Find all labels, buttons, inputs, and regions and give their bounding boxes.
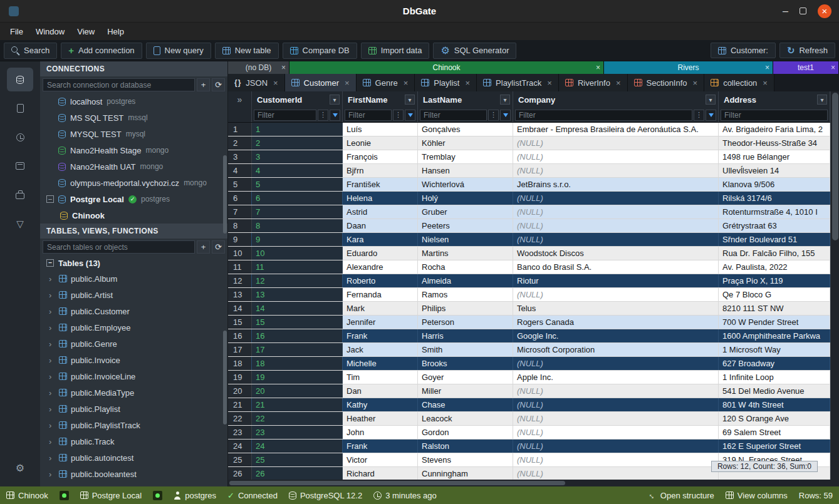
add-table-icon-button[interactable]: + bbox=[197, 240, 210, 254]
table-row[interactable]: 22LeonieKöhler(NULL)Theodor-Heuss-Straße… bbox=[228, 136, 830, 150]
vertical-scrollbar[interactable] bbox=[830, 91, 839, 480]
chevron-right-icon[interactable]: › bbox=[49, 274, 55, 284]
table-row[interactable]: 2020DanMiller(NULL)541 Del Medio Avenue bbox=[228, 384, 830, 398]
cell[interactable]: Luís bbox=[343, 123, 418, 136]
cell[interactable]: (NULL) bbox=[513, 164, 719, 177]
cell[interactable]: Harris bbox=[418, 329, 513, 342]
filter-menu-icon[interactable]: ⋮ bbox=[694, 110, 704, 121]
cell[interactable]: 5 bbox=[252, 178, 343, 191]
cell[interactable]: Ramos bbox=[418, 288, 513, 301]
cell[interactable]: Gonçalves bbox=[418, 123, 513, 136]
close-icon[interactable]: × bbox=[596, 63, 600, 72]
cell[interactable]: 627 Broadway bbox=[719, 357, 830, 370]
filter-funnel-icon[interactable] bbox=[500, 110, 511, 121]
table-tree-item[interactable]: › public.Employee bbox=[40, 319, 227, 336]
cell[interactable]: Embraer - Empresa Brasileira de Aeronáut… bbox=[513, 123, 719, 136]
table-row[interactable]: 11LuísGonçalvesEmbraer - Empresa Brasile… bbox=[228, 123, 830, 136]
add-connection-icon-button[interactable]: + bbox=[197, 78, 210, 91]
table-row[interactable]: 1717JackSmithMicrosoft Corporation1 Micr… bbox=[228, 343, 830, 357]
menu-view[interactable]: View bbox=[71, 24, 101, 39]
cell[interactable]: Fernanda bbox=[343, 288, 418, 301]
cell[interactable]: Gruber bbox=[418, 205, 513, 219]
filter-menu-icon[interactable]: ⋮ bbox=[393, 110, 404, 121]
cell[interactable]: 8 bbox=[252, 219, 343, 232]
close-icon[interactable]: × bbox=[831, 63, 835, 72]
expand-all-icon[interactable]: » bbox=[228, 91, 252, 108]
cell[interactable]: Dan bbox=[343, 384, 418, 398]
table-tree-item[interactable]: › public.PlaylistTrack bbox=[40, 417, 227, 433]
cell[interactable]: Grétrystraat 63 bbox=[719, 219, 830, 232]
cell[interactable]: 19 bbox=[252, 371, 343, 384]
table-tree-item[interactable]: › public.Album bbox=[40, 270, 227, 287]
chevron-right-icon[interactable]: › bbox=[49, 323, 55, 332]
cell[interactable]: Helena bbox=[343, 192, 418, 205]
menu-file[interactable]: File bbox=[4, 24, 29, 39]
cell[interactable]: 3 bbox=[252, 150, 343, 163]
cell[interactable]: John bbox=[343, 426, 418, 439]
cell[interactable]: 22 bbox=[252, 412, 343, 425]
cell[interactable]: Mark bbox=[343, 302, 418, 315]
close-icon[interactable]: × bbox=[465, 78, 470, 88]
statusbar-view-columns[interactable]: View columns bbox=[726, 491, 788, 500]
cell[interactable]: Miller bbox=[418, 384, 513, 398]
cell[interactable]: Leonie bbox=[343, 136, 418, 150]
cell[interactable]: 16 bbox=[252, 329, 343, 342]
cell[interactable]: Michelle bbox=[343, 357, 418, 370]
cell[interactable]: Eduardo bbox=[343, 247, 418, 260]
table-tree-item[interactable]: › public.Artist bbox=[40, 287, 227, 303]
cell[interactable]: Kathy bbox=[343, 398, 418, 411]
cell[interactable]: Riotur bbox=[513, 274, 719, 287]
filter-input[interactable] bbox=[254, 110, 316, 121]
cell[interactable]: 1 Microsoft Way bbox=[719, 343, 830, 356]
connection-item[interactable]: MS SQL TEST mssql bbox=[40, 110, 227, 126]
connection-item[interactable]: Nano2Health Stage mongo bbox=[40, 142, 227, 158]
sidebar-button-filter[interactable] bbox=[7, 212, 33, 235]
cell[interactable]: Rua Dr. Falcão Filho, 155 bbox=[719, 247, 830, 260]
cell[interactable]: 1 Infinite Loop bbox=[719, 371, 830, 384]
table-tree-item[interactable]: › public.MediaType bbox=[40, 384, 227, 401]
close-icon[interactable]: × bbox=[693, 78, 698, 88]
cell[interactable]: 7 bbox=[252, 205, 343, 219]
column-header-address[interactable]: Address ▾ bbox=[719, 91, 830, 108]
table-row[interactable]: 88DaanPeeters(NULL)Grétrystraat 63 bbox=[228, 219, 830, 233]
table-row[interactable]: 2222HeatherLeacock(NULL)120 S Orange Ave bbox=[228, 412, 830, 426]
table-tree-item[interactable]: › public.Genre bbox=[40, 336, 227, 352]
cell[interactable]: Hansen bbox=[418, 164, 513, 177]
cell[interactable]: Sřnder Boulevard 51 bbox=[719, 233, 830, 246]
cell[interactable]: (NULL) bbox=[513, 467, 719, 480]
cell[interactable]: Klanova 9/506 bbox=[719, 178, 830, 191]
cell[interactable]: Tim bbox=[343, 371, 418, 384]
toolbar-button[interactable]: SQL Generator bbox=[433, 43, 516, 59]
table-row[interactable]: 33FrançoisTremblay(NULL)1498 rue Bélange… bbox=[228, 150, 830, 164]
toolbar-button[interactable]: Add connection bbox=[61, 43, 142, 59]
close-icon[interactable]: × bbox=[616, 78, 621, 88]
cell[interactable]: Jennifer bbox=[343, 316, 418, 329]
cell[interactable]: Peeters bbox=[418, 219, 513, 232]
cell[interactable]: Google Inc. bbox=[513, 329, 719, 342]
toolbar-button[interactable]: Search bbox=[4, 43, 57, 59]
vertical-scroll-thumb[interactable] bbox=[832, 93, 838, 240]
cell[interactable]: Banco do Brasil S.A. bbox=[513, 260, 719, 274]
tab-json[interactable]: JSON × bbox=[228, 74, 285, 91]
chevron-right-icon[interactable]: › bbox=[49, 470, 55, 479]
toolbar-button[interactable]: Customer: bbox=[711, 43, 776, 58]
cell[interactable]: František bbox=[343, 178, 418, 191]
horizontal-scrollbar[interactable] bbox=[228, 480, 839, 486]
cell[interactable]: Heather bbox=[343, 412, 418, 425]
statusbar-open-structure[interactable]: Open structure bbox=[649, 491, 714, 500]
cell[interactable]: (NULL) bbox=[513, 357, 719, 370]
cell[interactable]: Roberto bbox=[343, 274, 418, 287]
cell[interactable]: (NULL) bbox=[513, 233, 719, 246]
cell[interactable]: 700 W Pender Street bbox=[719, 316, 830, 329]
close-icon[interactable]: × bbox=[765, 63, 769, 72]
table-tree-item[interactable]: › public.autoinctest bbox=[40, 450, 227, 466]
cell[interactable]: Philips bbox=[418, 302, 513, 315]
close-icon[interactable]: × bbox=[273, 78, 278, 88]
collapse-icon[interactable]: – bbox=[46, 195, 54, 203]
cell[interactable]: 9 bbox=[252, 233, 343, 246]
chevron-down-icon[interactable]: ▾ bbox=[817, 95, 827, 105]
chevron-right-icon[interactable]: › bbox=[49, 307, 55, 316]
sidebar-button-jobs[interactable] bbox=[7, 183, 33, 207]
cell[interactable]: (NULL) bbox=[513, 219, 719, 232]
chevron-right-icon[interactable]: › bbox=[49, 356, 55, 365]
